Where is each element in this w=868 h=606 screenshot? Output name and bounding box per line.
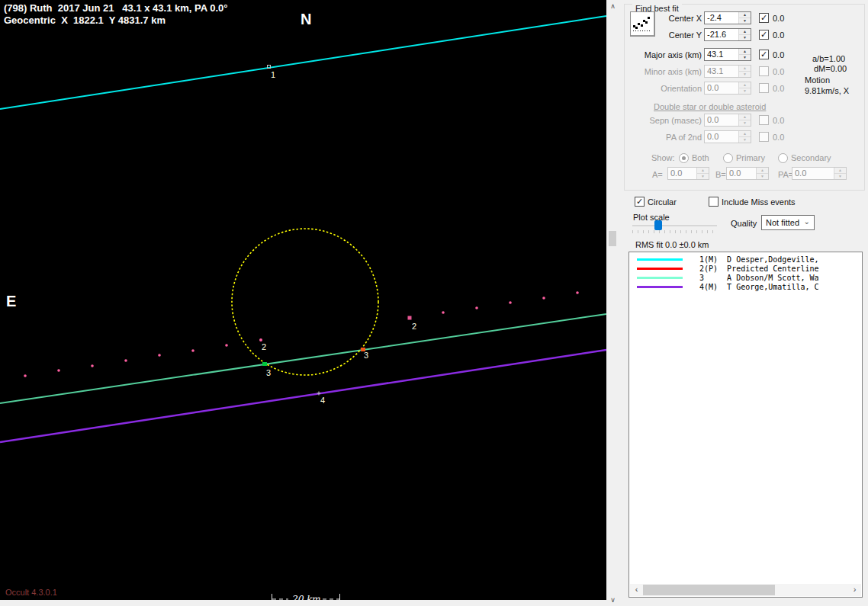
legend-line-swatch-1 <box>637 258 683 261</box>
minor-axis-fit-value: 0.0 <box>773 67 784 76</box>
chord-line-1 <box>0 16 606 109</box>
orientation-fit-checkbox[interactable] <box>759 83 769 93</box>
a-value[interactable] <box>670 168 696 178</box>
center-x-spinner[interactable]: ▲▼ <box>738 12 751 24</box>
pa-of-2nd-spinner[interactable]: ▲▼ <box>738 131 751 143</box>
plot-scale-slider-thumb[interactable] <box>654 220 662 230</box>
chord-line-4 <box>0 350 606 442</box>
observer-legend-listbox[interactable]: 1(M) D Oesper,Dodgeville, 2(P) Predicted… <box>628 252 863 598</box>
center-x-fit-checkbox[interactable] <box>759 13 769 23</box>
minor-axis-fit-checkbox[interactable] <box>759 66 769 76</box>
a-input[interactable]: ▲▼ <box>667 167 709 180</box>
show-primary-radio[interactable] <box>723 153 733 163</box>
major-axis-value[interactable] <box>707 50 738 59</box>
b-spinner[interactable]: ▲▼ <box>756 168 768 179</box>
minor-axis-label: Minor axis (km) <box>633 67 702 76</box>
legend-text-3: 3 A Dobson/M Scott, Wa <box>699 274 819 282</box>
scroll-left-icon[interactable]: ‹ <box>630 584 643 596</box>
marker-2-dot-label: 2 <box>262 342 266 351</box>
plot-vertical-scrollbar[interactable]: ∧ ∨ <box>606 0 619 606</box>
sepn-fit-value: 0.0 <box>773 116 784 125</box>
minor-axis-input[interactable]: ▲▼ <box>704 65 751 78</box>
scroll-down-icon[interactable]: ∨ <box>606 595 619 605</box>
vscroll-thumb[interactable] <box>609 231 616 246</box>
pa-of-2nd-input[interactable]: ▲▼ <box>704 130 751 143</box>
north-label: N <box>301 11 311 28</box>
circular-label: Circular <box>648 197 677 207</box>
b-value[interactable] <box>729 168 755 178</box>
plot-scale-slider-track[interactable] <box>632 225 717 226</box>
major-axis-input[interactable]: ▲▼ <box>704 48 751 61</box>
pa-value[interactable] <box>795 168 833 178</box>
scale-bar-label: 20 km <box>291 594 320 600</box>
plot-area[interactable]: 1 2 2 3 3 4 20 km (798) Ruth 2017 Jun 21… <box>0 0 606 600</box>
asteroid-ellipse <box>232 229 378 375</box>
show-both-radio[interactable] <box>679 153 689 163</box>
legend-row-4[interactable]: 4(M) T George,Umatilla, C <box>629 283 862 292</box>
center-x-fit-value: 0.0 <box>773 14 784 23</box>
center-x-value[interactable] <box>707 13 738 22</box>
major-axis-label: Major axis (km) <box>633 50 702 59</box>
show-secondary-radio[interactable] <box>778 153 788 163</box>
plot-title-line2: Geocentric X 1822.1 Y 4831.7 km <box>4 14 166 26</box>
double-star-link[interactable]: Double star or double asteroid <box>654 102 766 111</box>
motion-value: 9.81km/s, X <box>805 86 849 95</box>
predicted-centerline-dots <box>24 291 579 377</box>
pa-spinner[interactable]: ▲▼ <box>834 168 846 179</box>
circular-checkbox[interactable] <box>635 197 645 207</box>
pa-of-2nd-label: PA of 2nd <box>633 133 702 142</box>
marker-2-dot <box>259 338 262 341</box>
legend-row-1[interactable]: 1(M) D Oesper,Dodgeville, <box>629 255 862 265</box>
sepn-spinner[interactable]: ▲▼ <box>738 114 751 126</box>
show-primary-label: Primary <box>736 153 765 162</box>
chord-line-3 <box>0 314 606 403</box>
hscroll-thumb[interactable] <box>643 585 775 595</box>
quality-dropdown[interactable]: Not fitted ⌄ <box>761 215 815 230</box>
show-secondary-label: Secondary <box>791 153 831 162</box>
center-y-input[interactable]: ▲▼ <box>704 28 751 41</box>
major-axis-fit-checkbox[interactable] <box>759 50 769 59</box>
plot-scale-slider-ticks <box>632 230 718 233</box>
legend-row-2[interactable]: 2(P) Predicted Centerline <box>629 265 862 274</box>
ab-ratio-text: a/b=1.00 <box>812 54 845 63</box>
b-input[interactable]: ▲▼ <box>726 167 769 180</box>
legend-text-4: 4(M) T George,Umatilla, C <box>699 283 819 291</box>
minor-axis-spinner[interactable]: ▲▼ <box>738 66 751 77</box>
marker-1-label: 1 <box>271 70 275 79</box>
center-y-fit-checkbox[interactable] <box>759 30 769 40</box>
marker-labels: 1 2 2 3 3 4 <box>262 70 416 405</box>
occult-window: 1 2 2 3 3 4 20 km (798) Ruth 2017 Jun 21… <box>0 0 868 606</box>
pa-input[interactable]: ▲▼ <box>792 167 847 180</box>
a-spinner[interactable]: ▲▼ <box>696 168 709 179</box>
center-y-value[interactable] <box>707 30 738 39</box>
include-miss-checkbox[interactable] <box>709 197 719 207</box>
marker-2-square-label: 2 <box>412 322 416 331</box>
sepn-label: Sepn (masec) <box>633 116 702 125</box>
a-label: A= <box>652 170 663 179</box>
dm-text: dM=0.00 <box>814 64 847 73</box>
marker-3-start-label: 3 <box>266 368 271 377</box>
marker-3-start-square <box>262 362 267 366</box>
pa-of-2nd-fit-checkbox[interactable] <box>759 132 769 142</box>
orientation-spinner[interactable]: ▲▼ <box>738 82 751 94</box>
orientation-value[interactable] <box>707 83 738 92</box>
legend-row-3[interactable]: 3 A Dobson/M Scott, Wa <box>629 274 862 283</box>
sepn-input[interactable]: ▲▼ <box>704 114 751 127</box>
pa-of-2nd-value[interactable] <box>707 132 738 141</box>
sepn-value[interactable] <box>707 115 738 124</box>
marker-3-end-label: 3 <box>364 351 368 360</box>
quality-label: Quality <box>731 219 757 228</box>
center-y-fit-value: 0.0 <box>773 30 784 40</box>
east-label: E <box>6 293 16 310</box>
scroll-up-icon[interactable]: ∧ <box>606 1 619 11</box>
pa-of-2nd-fit-value: 0.0 <box>773 133 784 142</box>
rms-fit-text: RMS fit 0.0 ±0.0 km <box>635 240 709 249</box>
sepn-fit-checkbox[interactable] <box>759 115 769 125</box>
center-y-spinner[interactable]: ▲▼ <box>738 29 751 40</box>
orientation-input[interactable]: ▲▼ <box>704 82 751 95</box>
major-axis-spinner[interactable]: ▲▼ <box>738 49 751 60</box>
minor-axis-value[interactable] <box>707 66 738 75</box>
center-x-input[interactable]: ▲▼ <box>704 11 751 24</box>
legend-hscrollbar[interactable]: ‹ › <box>630 584 861 596</box>
scroll-right-icon[interactable]: › <box>848 584 861 596</box>
